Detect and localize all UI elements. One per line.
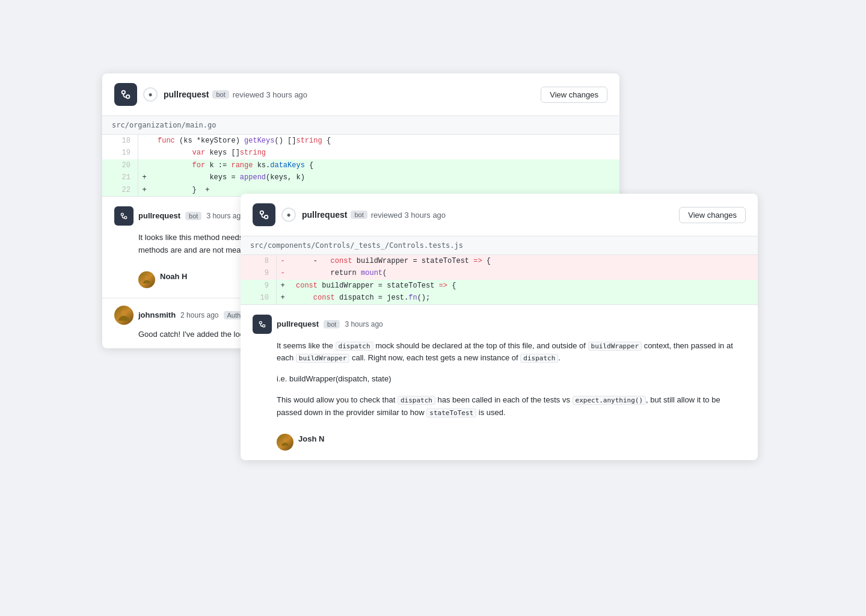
card2-comment-username: pullrequest (277, 319, 319, 328)
card2-comment-time: 3 hours ago (345, 320, 382, 328)
pullrequest-avatar-1 (114, 83, 137, 106)
svg-point-7 (265, 215, 268, 219)
card1-reply-username: johnsmith (138, 310, 176, 319)
card2-reactor-avatar (277, 434, 293, 451)
card2-bot-badge: bot (351, 211, 367, 219)
card1-meta: pullrequest bot reviewed 3 hours ago (164, 90, 535, 99)
card1-bot-comment-avatar (114, 206, 134, 226)
card2-meta: pullrequest bot reviewed 3 hours ago (302, 210, 673, 220)
svg-point-10 (283, 439, 287, 442)
status-icon-1: ● (143, 87, 158, 102)
view-changes-btn-2[interactable]: View changes (679, 207, 746, 223)
card2-reactor-row: Josh N (253, 428, 746, 451)
card2-code-buildwrapper2: buildWrapper (296, 354, 349, 363)
pullrequest-avatar-2 (253, 203, 275, 226)
card1-filepath: src/organization/main.go (102, 116, 619, 135)
card2-bot-comment: pullrequest bot 3 hours ago It seems lik… (241, 305, 758, 460)
card1-comment-username: pullrequest (138, 211, 180, 220)
card2-comment-body2: This would allow you to check that dispa… (253, 394, 746, 419)
card1-reply-avatar (114, 306, 134, 325)
card1-username: pullrequest (164, 90, 209, 99)
card2-bot-comment-avatar (253, 315, 272, 334)
card2-code-dispatch: dispatch (336, 342, 373, 351)
card2-code-buildwrapper: buildWrapper (588, 342, 642, 351)
code-line-21: 21 + keys = append(keys, k) (102, 171, 619, 183)
card1-reactor-avatar (138, 271, 155, 288)
card2-ie-line: i.e. buildWrapper(dispatch, state) (253, 373, 746, 386)
card2-username: pullrequest (302, 210, 347, 220)
card1-code-block: 18 func (ks *keyStore) getKeys() []strin… (102, 135, 619, 197)
status-icon-2: ● (281, 208, 296, 222)
review-card-2: ● pullrequest bot reviewed 3 hours ago V… (241, 194, 758, 460)
card2-code-dispatch3: dispatch (398, 396, 435, 405)
card1-action-time: reviewed 3 hours ago (233, 90, 307, 99)
card1-header: ● pullrequest bot reviewed 3 hours ago V… (102, 73, 619, 116)
svg-point-1 (126, 95, 130, 99)
card1-reply-time: 2 hours ago (180, 311, 218, 319)
card2-code-line-10a: 10 + const dispatch = jest.fn(); (241, 292, 758, 304)
card2-code-line-8r: 8 - - const buildWrapper = stateToTest =… (241, 255, 758, 267)
card1-comment-time: 3 hours ago (206, 212, 244, 220)
card1-comment-bot-badge: bot (185, 212, 201, 220)
code-line-18: 18 func (ks *keyStore) getKeys() []strin… (102, 135, 619, 147)
view-changes-btn-1[interactable]: View changes (541, 87, 607, 103)
card1-reactor-name: Noah H (160, 272, 188, 281)
card1-bot-badge: bot (212, 90, 229, 99)
card2-reactor-name: Josh N (298, 434, 324, 443)
card2-code-dispatch2: dispatch (520, 354, 558, 363)
card2-code-expect: expect.anything() (573, 396, 646, 405)
card2-header: ● pullrequest bot reviewed 3 hours ago V… (241, 194, 758, 236)
card2-code-statetotest: stateToTest (426, 408, 476, 417)
card2-filepath: src/components/Controls/_tests_/Controls… (241, 236, 758, 255)
svg-point-5 (121, 310, 126, 315)
card2-action-time: reviewed 3 hours ago (371, 211, 446, 220)
svg-point-9 (263, 324, 265, 327)
code-line-19: 19 var keys []string (102, 147, 619, 159)
card2-code-line-9r: 9 - return mount( (241, 267, 758, 279)
svg-point-4 (145, 276, 149, 280)
card2-code-line-9a: 9 + const buildWrapper = stateToTest => … (241, 280, 758, 292)
card2-comment-body: It seems like the dispatch mock should b… (253, 340, 746, 365)
card2-comment-header: pullrequest bot 3 hours ago (253, 315, 746, 334)
code-line-20: 20 for k := range ks.dataKeys { (102, 159, 619, 171)
svg-point-3 (124, 217, 127, 219)
card2-code-block: 8 - - const buildWrapper = stateToTest =… (241, 255, 758, 305)
card2-comment-bot-badge: bot (324, 320, 340, 328)
